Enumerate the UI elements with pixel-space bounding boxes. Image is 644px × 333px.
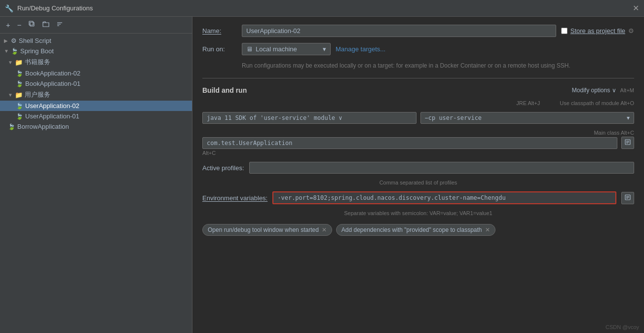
chevron-down-icon: ▼ bbox=[4, 48, 9, 54]
shell-script-label: Shell Script bbox=[19, 37, 51, 44]
book-service-label: 书籍服务 bbox=[25, 58, 50, 67]
sort-icon bbox=[56, 21, 63, 28]
book-app-02-label: BookApplication-02 bbox=[25, 70, 80, 77]
spring-icon-2: 🍃 bbox=[16, 80, 23, 87]
store-project-checkbox[interactable] bbox=[561, 28, 568, 34]
sdk-row: java 11 SDK of 'user-service' module ∨ −… bbox=[202, 112, 634, 124]
borrow-app-label: BorrowApplication bbox=[17, 123, 69, 130]
spring-boot-label: Spring Boot bbox=[20, 47, 54, 55]
main-class-input[interactable] bbox=[202, 137, 617, 149]
add-config-button[interactable]: + bbox=[4, 20, 12, 30]
new-folder-button[interactable] bbox=[40, 20, 51, 30]
tag-add-dependencies[interactable]: Add dependencies with "provided" scope t… bbox=[336, 224, 495, 236]
spring-icon-5: 🍃 bbox=[8, 123, 15, 130]
name-row: Name: Store as project file ⚙ bbox=[202, 25, 634, 37]
user-app-02-label: UserApplication-02 bbox=[25, 102, 79, 110]
main-class-hint-row: Main class Alt+C bbox=[202, 130, 634, 136]
run-on-select[interactable]: 🖥 Local machine ▾ bbox=[242, 43, 331, 55]
store-project-label: Store as project file bbox=[570, 27, 625, 35]
modify-shortcut-hint: Alt+M bbox=[620, 87, 634, 93]
store-project-row: Store as project file ⚙ bbox=[561, 27, 634, 35]
main-class-browse-button[interactable] bbox=[621, 137, 634, 149]
env-vars-input[interactable] bbox=[272, 191, 616, 204]
dropdown-arrow-icon: ▾ bbox=[323, 45, 326, 53]
main-layout: + − bbox=[0, 17, 644, 333]
sidebar-item-user-app-01[interactable]: 🍃 UserApplication-01 bbox=[0, 111, 192, 121]
spring-icon-3: 🍃 bbox=[16, 103, 23, 110]
run-on-row: Run on: 🖥 Local machine ▾ Manage targets… bbox=[202, 43, 634, 55]
tag-2-close-icon[interactable]: ✕ bbox=[485, 226, 490, 233]
spring-boot-icon: 🍃 bbox=[11, 48, 18, 55]
active-profiles-row: Active profiles: bbox=[202, 162, 634, 174]
alt-c-hint: Alt+C bbox=[202, 150, 216, 156]
user-app-01-label: UserApplication-01 bbox=[25, 112, 79, 120]
shell-script-icon: ⚙ bbox=[11, 37, 17, 44]
cp-select[interactable]: −cp user-service ▾ bbox=[420, 112, 635, 124]
env-vars-hint: Separate variables with semicolon: VAR=v… bbox=[202, 210, 634, 216]
tag-1-label: Open run/debug tool window when started bbox=[208, 226, 319, 233]
sidebar-item-borrow-app[interactable]: 🍃 BorrowApplication bbox=[0, 121, 192, 132]
sdk-select[interactable]: java 11 SDK of 'user-service' module ∨ bbox=[202, 112, 417, 124]
sidebar-item-spring-boot[interactable]: ▼ 🍃 Spring Boot bbox=[0, 46, 192, 56]
chevron-icon: ▶ bbox=[4, 38, 9, 43]
name-input[interactable] bbox=[242, 25, 556, 37]
run-on-label: Run on: bbox=[202, 45, 237, 53]
spring-icon-1: 🍃 bbox=[16, 70, 23, 77]
alt-c-hint-row: Alt+C bbox=[202, 150, 634, 156]
run-on-hint: Run configurations may be executed local… bbox=[202, 61, 634, 70]
close-button[interactable]: ✕ bbox=[633, 4, 639, 12]
remove-config-button[interactable]: − bbox=[15, 20, 24, 30]
tag-1-close-icon[interactable]: ✕ bbox=[322, 226, 327, 233]
sidebar-item-book-app-02[interactable]: 🍃 BookApplication-02 bbox=[0, 68, 192, 78]
active-profiles-input[interactable] bbox=[249, 162, 634, 174]
svg-rect-0 bbox=[30, 22, 34, 26]
sdk-value: java 11 SDK of 'user-service' module ∨ bbox=[207, 114, 342, 121]
hints-row: JRE Alt+J Use classpath of module Alt+O bbox=[202, 100, 634, 106]
cp-dropdown-icon: ▾ bbox=[627, 114, 630, 121]
tag-open-run-debug[interactable]: Open run/debug tool window when started … bbox=[202, 224, 332, 236]
title-bar-left: 🔧 Run/Debug Configurations bbox=[5, 4, 93, 12]
main-class-row bbox=[202, 137, 634, 149]
user-service-label: 用户服务 bbox=[25, 90, 50, 99]
copy-config-button[interactable] bbox=[27, 20, 38, 30]
sidebar-item-user-service[interactable]: ▼ 📁 用户服务 bbox=[0, 89, 192, 101]
settings-icon[interactable]: ⚙ bbox=[628, 27, 634, 35]
env-vars-label-text: Environment variables: bbox=[202, 194, 267, 202]
main-content: Name: Store as project file ⚙ Run on: 🖥 … bbox=[192, 17, 644, 333]
book-app-01-label: BookApplication-01 bbox=[25, 80, 80, 87]
folder-icon-3: 📁 bbox=[15, 91, 23, 99]
active-profiles-label: Active profiles: bbox=[202, 164, 244, 172]
tags-row: Open run/debug tool window when started … bbox=[202, 224, 634, 236]
run-on-value: Local machine bbox=[256, 45, 297, 53]
env-vars-label: Environment variables: bbox=[202, 194, 267, 202]
local-machine-icon: 🖥 bbox=[246, 45, 253, 53]
folder-icon-2: 📁 bbox=[15, 59, 23, 66]
spring-icon-4: 🍃 bbox=[16, 113, 23, 120]
sidebar-item-book-app-01[interactable]: 🍃 BookApplication-01 bbox=[0, 78, 192, 89]
modify-options-group: Modify options ∨ Alt+M bbox=[572, 87, 634, 94]
sidebar-tree: ▶ ⚙ Shell Script ▼ 🍃 Spring Boot ▼ 📁 书籍服… bbox=[0, 34, 192, 333]
env-vars-browse-button[interactable] bbox=[621, 192, 634, 204]
sidebar-toolbar: + − bbox=[0, 17, 192, 34]
browse-icon bbox=[625, 139, 631, 145]
build-run-header: Build and run Modify options ∨ Alt+M bbox=[202, 86, 634, 94]
tag-2-label: Add dependencies with "provided" scope t… bbox=[341, 226, 482, 233]
dialog-title: Run/Debug Configurations bbox=[17, 4, 93, 12]
jre-hint: JRE Alt+J bbox=[516, 100, 540, 106]
folder-icon bbox=[42, 21, 49, 28]
sort-button[interactable] bbox=[54, 20, 65, 30]
sidebar-item-shell-script[interactable]: ▶ ⚙ Shell Script bbox=[0, 36, 192, 46]
modify-options-button[interactable]: Modify options ∨ bbox=[572, 87, 616, 94]
chevron-down-icon-3: ▼ bbox=[8, 92, 13, 98]
sidebar-item-book-service[interactable]: ▼ 📁 书籍服务 bbox=[0, 56, 192, 68]
build-run-title: Build and run bbox=[202, 86, 247, 94]
sidebar-item-user-app-02[interactable]: 🍃 UserApplication-02 bbox=[0, 101, 192, 111]
watermark: CSDN @vcoy bbox=[606, 324, 639, 330]
main-class-hint: Main class Alt+C bbox=[594, 130, 634, 136]
profiles-hint: Comma separated list of profiles bbox=[202, 180, 634, 185]
env-vars-row: Environment variables: bbox=[202, 191, 634, 204]
classpath-hint: Use classpath of module Alt+O bbox=[560, 100, 634, 106]
env-browse-icon bbox=[625, 194, 631, 200]
cp-value: −cp user-service bbox=[425, 114, 482, 121]
manage-targets-link[interactable]: Manage targets... bbox=[336, 45, 385, 53]
